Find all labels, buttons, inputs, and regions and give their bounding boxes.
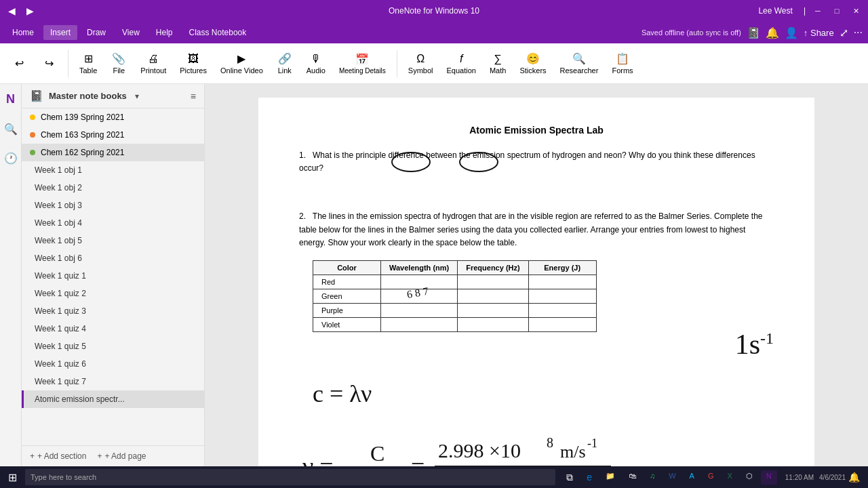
symbol-icon: Ω xyxy=(416,53,425,65)
ribbon-online-video[interactable]: ▶ Online Video xyxy=(215,49,269,77)
taskbar-edge[interactable]: e xyxy=(581,470,597,485)
taskbar-anki[interactable]: A xyxy=(684,470,700,485)
page-week1-quiz5[interactable]: Week 1 quiz 5 xyxy=(22,338,204,355)
ribbon-stickers[interactable]: 😊 Stickers xyxy=(514,49,551,77)
page-week1-obj3[interactable]: Week 1 obj 3 xyxy=(22,197,204,214)
ribbon-audio[interactable]: 🎙 Audio xyxy=(301,50,331,77)
ribbon-link[interactable]: 🔗 Link xyxy=(271,49,298,77)
close-button[interactable]: ✕ xyxy=(849,4,863,18)
notebook-chem163[interactable]: Chem 163 Spring 2021 xyxy=(22,126,204,144)
printout-label: Printout xyxy=(140,66,166,75)
ribbon-math[interactable]: ∑ Math xyxy=(484,50,511,77)
menu-view[interactable]: View xyxy=(115,25,146,40)
page-week1-obj5[interactable]: Week 1 obj 5 xyxy=(22,232,204,249)
page-week1-obj6[interactable]: Week 1 obj 6 xyxy=(22,249,204,267)
page-week1-obj1[interactable]: Week 1 obj 1 xyxy=(22,161,204,179)
q1-circles-svg xyxy=(353,152,557,172)
equation-label: Equation xyxy=(447,66,476,75)
ribbon-pictures[interactable]: 🖼 Pictures xyxy=(174,50,212,77)
add-page-button[interactable]: + + Add page xyxy=(97,451,146,461)
add-page-label: + Add page xyxy=(104,451,146,461)
share-button[interactable]: ↑ Share xyxy=(804,28,834,38)
history-icon[interactable]: 🕐 xyxy=(1,149,20,167)
maximize-button[interactable]: □ xyxy=(830,4,844,18)
back-button[interactable]: ◀ xyxy=(5,4,18,18)
notebook-chem162[interactable]: Chem 162 Spring 2021 xyxy=(22,144,204,161)
notebook-dot-chem162 xyxy=(30,150,35,155)
taskbar-task-view[interactable]: ⧉ xyxy=(561,470,578,485)
page-week1-quiz4[interactable]: Week 1 quiz 4 xyxy=(22,320,204,338)
ribbon-printout[interactable]: 🖨 Printout xyxy=(135,50,172,77)
ribbon-meeting-details[interactable]: 📅 Meeting Details xyxy=(334,50,391,77)
page-week1-quiz6[interactable]: Week 1 quiz 6 xyxy=(22,355,204,373)
bell-icon[interactable]: 🔔 xyxy=(766,26,779,39)
more-options-icon[interactable]: ··· xyxy=(854,26,863,39)
search-icon[interactable]: 🔍 xyxy=(1,120,20,138)
minimize-button[interactable]: ─ xyxy=(811,4,825,18)
expand-icon[interactable]: ⤢ xyxy=(840,26,848,39)
notebook-chem139[interactable]: Chem 139 Spring 2021 xyxy=(22,108,204,126)
taskbar-spotify[interactable]: ♫ xyxy=(644,470,660,485)
search-box[interactable]: Type here to search xyxy=(25,469,555,485)
start-button[interactable]: ⊞ xyxy=(3,470,22,485)
taskbar-app2[interactable]: ⬡ xyxy=(741,470,758,485)
ribbon-divider-2 xyxy=(397,50,397,77)
ribbon-undo[interactable]: ↩ xyxy=(5,54,33,73)
table-annotation-svg: 6 8 7 xyxy=(401,285,536,312)
menu-insert[interactable]: Insert xyxy=(43,25,77,40)
main-layout: N 🔍 🕐 📓 Master note books ▾ ≡ Chem 139 S… xyxy=(0,84,868,466)
page-week1-quiz2[interactable]: Week 1 quiz 2 xyxy=(22,285,204,302)
ribbon-researcher[interactable]: 🔍 Researcher xyxy=(555,49,604,77)
cell-frequency-violet xyxy=(458,317,528,331)
ribbon-file[interactable]: 📎 File xyxy=(105,49,132,77)
page-atomic-emission[interactable]: Atomic emission spectr... xyxy=(22,390,204,408)
ribbon-forms[interactable]: 📋 Forms xyxy=(606,49,638,77)
page-week1-obj2[interactable]: Week 1 obj 2 xyxy=(22,179,204,197)
page-week1-quiz3[interactable]: Week 1 quiz 3 xyxy=(22,302,204,320)
svg-point-0 xyxy=(392,152,430,171)
notebook-book-icon: 📓 xyxy=(30,89,43,102)
menu-draw[interactable]: Draw xyxy=(80,25,113,40)
cell-energy-purple xyxy=(528,303,596,317)
taskbar-explorer[interactable]: 📁 xyxy=(600,470,620,485)
add-section-button[interactable]: + + Add section xyxy=(30,451,86,461)
notebook-list: Chem 139 Spring 2021 Chem 163 Spring 202… xyxy=(22,108,204,161)
col-header-color: Color xyxy=(313,260,381,274)
taskbar-store[interactable]: 🛍 xyxy=(623,470,642,485)
formula-c-lambda-nu: c = λν xyxy=(313,380,372,408)
notebook-icon[interactable]: 📓 xyxy=(747,26,760,39)
file-icon: 📎 xyxy=(112,52,125,65)
online-video-icon: ▶ xyxy=(237,52,245,65)
table-annotation: 6 8 7 xyxy=(299,339,774,346)
page-content[interactable]: Atomic Emission Spectra Lab 1. What is t… xyxy=(258,98,814,466)
notifications-icon[interactable]: 🔔 xyxy=(848,472,860,483)
ribbon-table[interactable]: ⊞ Table xyxy=(74,49,102,77)
taskbar-chrome[interactable]: G xyxy=(703,470,719,485)
menu-help[interactable]: Help xyxy=(149,25,180,40)
undo-icon: ↩ xyxy=(15,57,24,70)
taskbar-onenote[interactable]: N xyxy=(761,470,777,485)
taskbar-excel[interactable]: X xyxy=(722,470,738,485)
person-icon[interactable]: 👤 xyxy=(785,26,798,39)
chevron-down-icon[interactable]: ▾ xyxy=(135,92,139,101)
audio-icon: 🎙 xyxy=(311,53,321,65)
menu-bar: Home Insert Draw View Help Class Noteboo… xyxy=(0,22,868,43)
forward-button[interactable]: ▶ xyxy=(24,4,37,18)
ribbon-symbol[interactable]: Ω Symbol xyxy=(403,50,439,77)
menu-home[interactable]: Home xyxy=(5,25,41,40)
sort-icon[interactable]: ≡ xyxy=(191,91,196,102)
taskbar-word[interactable]: W xyxy=(663,470,681,485)
col-header-frequency: Frequency (Hz) xyxy=(458,260,528,274)
cell-color-purple: Purple xyxy=(313,303,381,317)
page-week1-obj4[interactable]: Week 1 obj 4 xyxy=(22,214,204,232)
ribbon-redo[interactable]: ↪ xyxy=(35,54,62,73)
symbol-label: Symbol xyxy=(408,66,433,75)
math-icon: ∑ xyxy=(494,53,501,65)
content-area[interactable]: Atomic Emission Spectra Lab 1. What is t… xyxy=(205,84,868,466)
taskbar-time: 11:20 AM xyxy=(785,474,814,481)
menu-class-notebook[interactable]: Class Notebook xyxy=(182,25,254,40)
page-week1-quiz7[interactable]: Week 1 quiz 7 xyxy=(22,373,204,390)
formula-svg: ν = C λ = 2.998 ×10 8 m/s -1 xyxy=(302,427,696,466)
page-week1-quiz1[interactable]: Week 1 quiz 1 xyxy=(22,267,204,285)
ribbon-equation[interactable]: f Equation xyxy=(441,50,481,77)
